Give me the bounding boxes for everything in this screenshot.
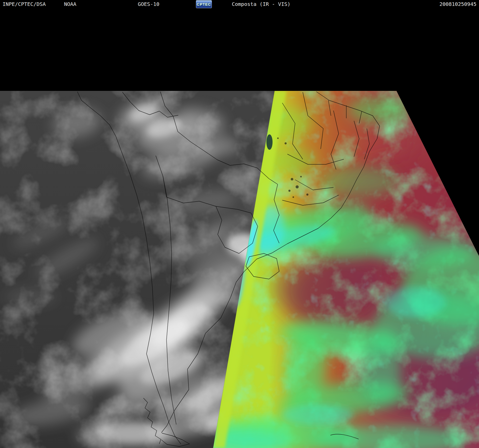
cptec-logo-text: CPTEC — [197, 2, 211, 6]
satellite-label: GOES-10 — [138, 0, 159, 8]
header-bar: INPE/CPTEC/DSA NOAA GOES-10 Composta (IR… — [0, 0, 479, 8]
dark-patch — [266, 134, 273, 150]
satellite-composite-image — [0, 0, 479, 448]
noaa-label: NOAA — [64, 0, 76, 8]
timestamp-label: 200810250945 — [440, 0, 477, 8]
product-label: Composta (IR - VIS) — [232, 0, 290, 8]
satellite-product-screen: INPE/CPTEC/DSA NOAA GOES-10 Composta (IR… — [0, 0, 479, 448]
agency-label: INPE/CPTEC/DSA — [3, 0, 46, 8]
cptec-logo: CPTEC — [196, 0, 212, 8]
